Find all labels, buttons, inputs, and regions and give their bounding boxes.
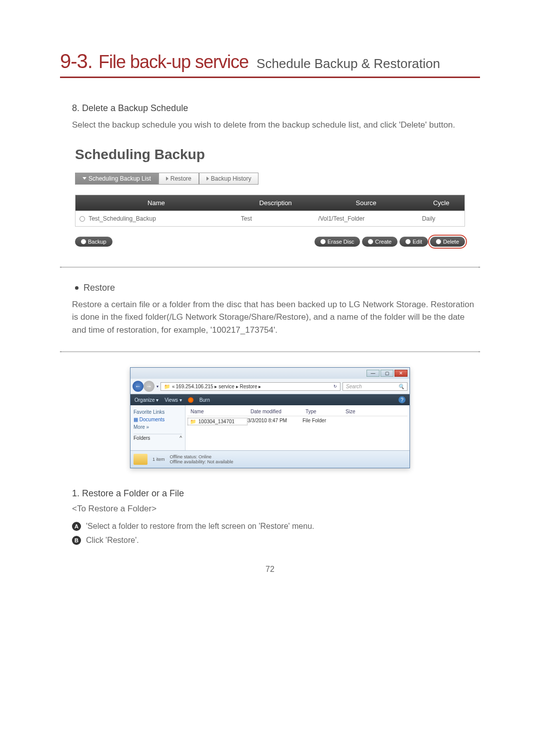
tab-scheduling-list[interactable]: Scheduling Backup List [75,173,158,185]
scheduling-backup-title: Scheduling Backup [75,147,465,163]
search-input[interactable]: Search 🔍 [342,382,408,391]
button-label: Backup [88,239,106,245]
window-titlebar: — ▢ ✕ [130,368,410,379]
file-name-text: 100304_134701 [198,419,234,424]
tab-label: Scheduling Backup List [88,175,151,182]
sidebar-more[interactable]: More » [134,423,182,431]
folder-icon [134,454,148,465]
tab-restore[interactable]: Restore [158,173,199,185]
status-line1: Offline status: Online [170,454,234,459]
sidebar-item-documents[interactable]: ▦ Documents [134,416,182,423]
forward-button[interactable]: → [144,381,154,392]
restore-heading: Restore [75,283,480,293]
circle-icon [406,239,410,244]
file-size [342,418,378,425]
file-type: File Folder [302,418,342,425]
separator [60,267,480,268]
button-label: Erase Disc [328,239,354,245]
sidebar: Favorite Links ▦ Documents More » Folder… [130,405,186,450]
breadcrumb-text: 169.254.106.215 ▸ service ▸ Restore ▸ [176,384,262,389]
plus-icon [81,239,86,244]
circle-icon [436,239,441,244]
help-icon[interactable]: ? [398,396,406,403]
step-badge-b: B [72,536,81,545]
restore-body: Restore a certain file or a folder from … [72,298,480,337]
separator [60,351,480,352]
step-b-text: Click 'Restore'. [86,536,139,545]
favorite-links-label: Favorite Links [134,408,182,416]
file-pane: Name Date modified Type Size 📁 100304_13… [186,405,410,450]
col-header-size[interactable]: Size [342,409,378,414]
delete-button[interactable]: Delete [430,237,465,247]
file-name: 📁 100304_134701 [188,418,248,425]
burn-button[interactable]: Burn [200,397,210,403]
button-row: Backup Erase Disc Create Edit [75,237,465,247]
explorer-window: — ▢ ✕ ← → ▾ 📁 « 169.254.106.215 ▸ servic… [130,367,410,468]
folders-label: Folders [134,435,150,441]
minimize-button[interactable]: — [366,370,380,377]
back-button[interactable]: ← [132,381,144,392]
cell-name: Test_Scheduling_Backup [76,211,237,226]
tab-label: Restore [170,175,192,182]
nav-arrows: ← → [132,381,154,392]
step-badge-a: A [72,522,81,531]
organize-menu[interactable]: Organize ▾ [134,397,158,403]
file-date: 3/3/2010 8:47 PM [248,418,302,425]
edit-button[interactable]: Edit [400,237,428,247]
table-row[interactable]: Test_Scheduling_Backup Test /Vol1/Test_F… [76,211,465,226]
explorer-toolbar: Organize ▾ Views ▾ Burn ? [130,394,410,405]
chevron-up-icon: ^ [180,435,182,441]
tab-label: Backup History [211,175,252,182]
chapter-header: 9-3. File back-up service Schedule Backu… [60,50,480,78]
create-button[interactable]: Create [362,237,398,247]
col-header-name[interactable]: Name [188,409,248,414]
schedule-table: Name Description Source Cycle Test_Sched… [75,195,465,227]
circle-icon [320,239,326,244]
col-header-type[interactable]: Type [302,409,342,414]
folder-icon: 📁 [190,419,196,424]
cell-cycle: Daily [418,211,465,226]
col-source: Source [314,195,418,211]
chevron-right-icon [166,177,168,181]
chevron-right-icon [206,177,209,181]
bullet-icon [75,286,78,290]
search-icon: 🔍 [398,384,404,389]
col-description: Description [237,195,314,211]
tab-backup-history[interactable]: Backup History [199,173,259,185]
explorer-main: Favorite Links ▦ Documents More » Folder… [130,405,410,450]
section-1-title: 1. Restore a Folder or a File [72,488,480,499]
step-a-text: 'Select a folder to restore from the lef… [86,522,314,531]
status-bar: 1 item Offline status: Online Offline av… [130,450,410,468]
row-name-text: Test_Scheduling_Backup [88,215,156,222]
chapter-title: File back-up service [98,52,248,73]
radio-icon[interactable] [80,216,85,222]
file-headers: Name Date modified Type Size [188,407,408,416]
status-line2: Offline availability: Not available [170,459,234,464]
status-info: Offline status: Online Offline availabil… [170,454,234,464]
restore-title: Restore [84,283,115,293]
erase-disc-button[interactable]: Erase Disc [314,237,360,247]
step-b: B Click 'Restore'. [72,536,480,545]
maximize-button[interactable]: ▢ [380,370,394,377]
page-number: 72 [60,565,480,574]
col-header-date[interactable]: Date modified [248,409,302,414]
chevron-down-icon[interactable]: ▾ [156,384,158,389]
close-button[interactable]: ✕ [394,370,408,377]
breadcrumb[interactable]: 📁 « 169.254.106.215 ▸ service ▸ Restore … [160,382,340,391]
folders-toggle[interactable]: Folders ^ [134,434,182,442]
views-menu[interactable]: Views ▾ [164,397,182,403]
breadcrumb-prefix: « [172,384,175,389]
file-row[interactable]: 📁 100304_134701 3/3/2010 8:47 PM File Fo… [188,416,408,427]
status-count: 1 item [152,457,165,462]
button-label: Delete [443,239,459,245]
section-8-title: 8. Delete a Backup Schedule [72,103,480,114]
cell-description: Test [237,211,314,226]
refresh-icon[interactable]: ↻ [334,384,337,389]
document-icon: ▦ [134,417,138,422]
button-label: Edit [412,239,422,245]
backup-button[interactable]: Backup [75,237,112,247]
burn-icon [188,397,194,403]
chapter-subtitle: Schedule Backup & Restoration [256,56,440,72]
sidebar-item-label: Documents [140,417,165,422]
cell-source: /Vol1/Test_Folder [314,211,418,226]
